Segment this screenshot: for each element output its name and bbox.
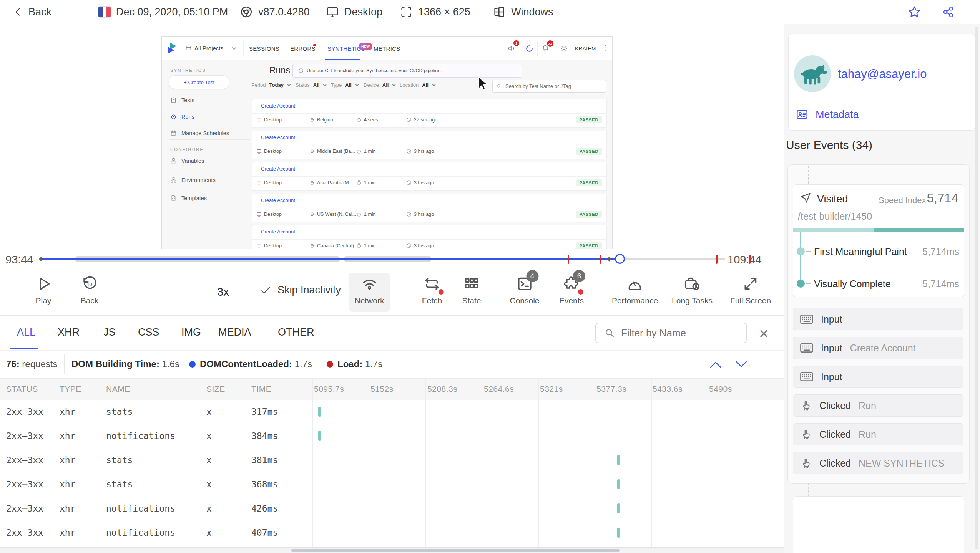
run-card: Create Account Desktop Middle East (Ba..… [252, 131, 606, 159]
device-info: Desktop [326, 0, 382, 24]
performance-tool-button[interactable]: Performance [612, 275, 658, 305]
header-divider [556, 41, 556, 56]
state-tool-button[interactable]: State [462, 275, 481, 305]
net-filter-box[interactable] [595, 323, 747, 343]
jump-up-button[interactable] [709, 359, 722, 369]
metadata-label: Metadata [816, 109, 859, 121]
cli-banner: Use our CLI to include your Synthetics i… [292, 64, 522, 78]
back-button[interactable]: Back [13, 0, 51, 24]
user-email: tahay@asayer.io [838, 67, 927, 81]
cubes-icon [170, 157, 177, 164]
back-10s-button[interactable]: 10 Back [81, 275, 99, 305]
play-button[interactable]: Play [35, 275, 52, 305]
row-name: stats [106, 407, 133, 417]
filter-location: LocationAll [400, 82, 436, 88]
user-events-title: User Events (34) [786, 139, 872, 152]
h-scrollbar-thumb[interactable] [291, 549, 620, 552]
playback-timeline[interactable]: 93:44 109:44 [0, 249, 784, 269]
metadata-button[interactable]: Metadata [796, 108, 859, 121]
fmp-value: 5,714ms [922, 246, 959, 257]
event-card-clicked[interactable]: Clicked Run [793, 394, 963, 417]
event-target: Run [859, 429, 876, 440]
clock-icon [406, 149, 412, 154]
events-alert-dot [578, 289, 583, 295]
header-divider [537, 41, 538, 56]
row-time: 407ms [251, 528, 278, 538]
net-tab-all-active[interactable]: ALL [17, 326, 35, 338]
event-card-input[interactable]: Input Create Account [793, 337, 963, 359]
row-name: stats [106, 479, 133, 489]
filter-device: DeviceAll [364, 82, 396, 88]
net-filter-input[interactable] [620, 327, 737, 339]
col-t2: 5208.3s [427, 384, 457, 394]
row-status: 2xx–3xx [6, 479, 43, 489]
v-scrollbar[interactable] [975, 27, 978, 549]
fetch-tool-button[interactable]: Fetch [422, 275, 442, 305]
event-target: Run [859, 400, 876, 411]
navigation-icon [799, 192, 812, 204]
sitemap-icon [170, 177, 177, 183]
briefcase-clock-icon [684, 275, 701, 292]
row-size: x [206, 528, 212, 538]
sidebar-section-synthetics: SYNTHETICS [170, 68, 206, 73]
replayed-app-header: All Projects SESSIONS ERRORS SYNTHETICS … [162, 37, 612, 60]
fmp-tick [806, 251, 811, 252]
run-name: Create Account [261, 134, 295, 140]
console-tool-button[interactable]: 4 Console [510, 275, 539, 305]
close-panel-button[interactable]: × [759, 325, 769, 343]
row-type: xhr [60, 407, 76, 417]
long-tasks-tool-button[interactable]: Long Tasks [672, 275, 713, 305]
resolution-label: 1366 × 625 [418, 6, 470, 18]
events-label: Events [559, 296, 584, 305]
loading-spinner-icon [526, 45, 533, 52]
net-tab-img[interactable]: IMG [181, 326, 201, 338]
net-tab-media[interactable]: MEDIA [218, 326, 251, 338]
pointer-hand-icon [800, 457, 812, 469]
device-label: Desktop [344, 6, 382, 18]
vc-label: Visually Complete [814, 278, 891, 290]
full-screen-button[interactable]: Full Screen [730, 275, 771, 305]
net-tab-css[interactable]: CSS [138, 326, 159, 338]
row-status: 2xx–3xx [6, 528, 43, 538]
row-time: 368ms [251, 479, 278, 489]
row-size: x [206, 431, 212, 441]
tests-label: Tests [181, 97, 194, 103]
environments-label: Environments [181, 177, 216, 183]
net-tab-other[interactable]: OTHER [278, 326, 314, 338]
chevron-down-icon [323, 84, 327, 86]
net-tab-xhr[interactable]: XHR [58, 326, 80, 338]
net-tab-js[interactable]: JS [103, 326, 116, 338]
row-time: 381ms [251, 455, 278, 465]
speed-toggle[interactable]: 3x [217, 286, 229, 298]
event-card-input[interactable]: Input [793, 308, 963, 330]
row-name: notifications [106, 431, 175, 441]
fetch-alert-dot [439, 289, 444, 295]
skip-inactivity-toggle[interactable]: Skip Inactivity [260, 284, 341, 296]
event-marker-dot [596, 258, 598, 260]
row-status: 2xx–3xx [6, 503, 43, 513]
jump-down-button[interactable] [735, 359, 748, 369]
row-status: 2xx–3xx [6, 407, 43, 417]
share-button[interactable] [942, 0, 955, 24]
network-tool-button[interactable]: Network [354, 275, 384, 305]
network-label: Network [354, 296, 384, 305]
event-card-clicked[interactable]: Clicked Run [793, 423, 963, 445]
back-label: Back [28, 6, 51, 18]
tab-sessions: SESSIONS [249, 45, 279, 52]
playhead-knob[interactable] [615, 254, 625, 264]
test-search-input [505, 83, 598, 89]
row-type: xhr [60, 431, 76, 441]
favorite-button[interactable] [908, 0, 921, 24]
next-event-card-partial[interactable] [793, 496, 964, 553]
events-tool-button[interactable]: 6 Events [559, 275, 584, 305]
dom-content-loaded: DOMContentLoaded: 1.7s [200, 359, 312, 369]
row-size: x [206, 455, 212, 465]
visited-event-card[interactable]: Visited Speed Index 5,714 /test-builder/… [793, 184, 964, 297]
event-target: NEW SYNTHETICS [859, 458, 945, 469]
time-total: 109:44 [728, 253, 762, 266]
avatar [794, 55, 831, 92]
row-name: notifications [106, 528, 175, 538]
event-card-input[interactable]: Input [793, 366, 963, 388]
star-icon [908, 5, 921, 18]
event-card-clicked[interactable]: Clicked NEW SYNTHETICS [793, 452, 963, 474]
